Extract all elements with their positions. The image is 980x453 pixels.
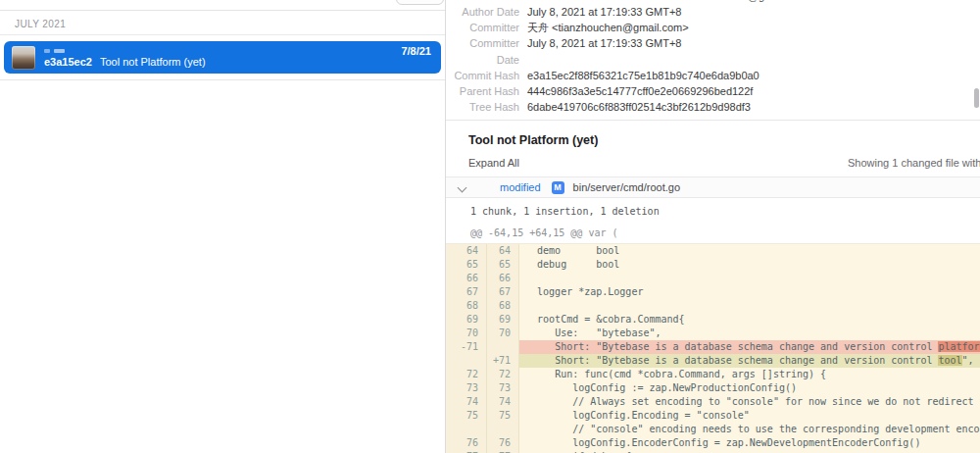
- diff-line: // "console" encoding needs to use the c…: [446, 423, 980, 436]
- scrollbar-thumb[interactable]: [974, 88, 979, 108]
- old-line-number: 68: [446, 299, 487, 313]
- metadata-value: July 8, 2021 at 17:19:33 GMT+8: [527, 35, 681, 67]
- metadata-label: Committer Date: [446, 35, 519, 67]
- diff-line-content: rootCmd = &cobra.Command{: [519, 313, 980, 327]
- metadata-value: 6dabe419706c6f883ff02514c3bf2612b9d98df3: [527, 99, 751, 115]
- diff-line: -71 Short: "Bytebase is a database schem…: [446, 340, 980, 354]
- commit-list-item-selected[interactable]: e3a15ec2 Tool not Platform (yet) 7/8/21: [4, 41, 441, 74]
- diff-line: 6767 logger *zap.Logger: [446, 285, 980, 299]
- diff-line: +71 Short: "Bytebase is a database schem…: [446, 354, 980, 368]
- word-diff-highlight: tool: [938, 355, 961, 366]
- metadata-value: July 8, 2021 at 17:19:33 GMT+8: [527, 4, 681, 20]
- old-line-number: 72: [446, 368, 487, 381]
- commit-summary-line: e3a15ec2 Tool not Platform (yet): [44, 56, 206, 68]
- diff-line: 6969 rootCmd = &cobra.Command{: [446, 313, 980, 327]
- metadata-row: Committer天舟 <tianzhouchen@gmail.com>: [446, 20, 980, 35]
- diff-view: 6464 demo bool6565 debug bool66666767 lo…: [446, 244, 980, 453]
- diff-line-content: logger *zap.Logger: [519, 285, 980, 299]
- metadata-value: 天舟 <tianzhouchen@gmail.com>: [527, 20, 689, 35]
- metadata-label: Tree Hash: [446, 99, 519, 115]
- new-line-number: 75: [487, 409, 519, 423]
- new-line-number: 64: [487, 244, 519, 258]
- diff-line: 7575 logConfig.Encoding = "console": [446, 409, 980, 423]
- expand-all-button[interactable]: Expand All: [468, 157, 519, 169]
- author-avatar: [12, 46, 35, 70]
- git-client-window: JULY 2021 e3a15ec2 Tool not Platform (ye…: [0, 0, 980, 453]
- old-line-number: [446, 423, 487, 436]
- metadata-value: e3a15ec2f88f56321c75e1b81b9c740e6da9b0a0: [527, 68, 760, 83]
- metadata-row: Commit Hashe3a15ec2f88f56321c75e1b81b9c7…: [446, 68, 980, 83]
- diff-line-content: demo bool: [519, 244, 980, 258]
- old-line-number: 75: [446, 409, 487, 423]
- commit-list-panel: JULY 2021 e3a15ec2 Tool not Platform (ye…: [0, 0, 446, 453]
- old-line-number: 69: [446, 313, 487, 327]
- new-line-number: 66: [487, 272, 519, 285]
- old-line-number: 67: [446, 285, 487, 299]
- diff-line-content: logConfig.Encoding = "console": [519, 409, 980, 423]
- old-line-number: 66: [446, 272, 487, 285]
- chevron-down-icon[interactable]: [459, 182, 466, 190]
- author-name-redacted: [44, 48, 206, 53]
- clipped-author-email: <tianzhouchen@gmail.com>: [677, 0, 834, 2]
- diff-line-content: logConfig := zap.NewProductionConfig(): [519, 381, 980, 395]
- new-line-number: [487, 340, 519, 354]
- metadata-label: Committer: [446, 20, 519, 35]
- clipped-author-row: <tianzhouchen@gmail.com>: [677, 0, 834, 3]
- diff-stats: 1 chunk, 1 insertion, 1 deletion: [470, 206, 980, 217]
- old-line-number: 65: [446, 258, 487, 272]
- redact-chip: [44, 49, 50, 53]
- diff-line: 7373 logConfig := zap.NewProductionConfi…: [446, 381, 980, 395]
- section-divider: [446, 120, 980, 121]
- commit-message: Tool not Platform (yet): [100, 56, 206, 68]
- diff-line-content: [519, 272, 980, 285]
- word-diff-highlight: platform: [938, 341, 980, 352]
- old-line-number: 70: [446, 327, 487, 340]
- commit-item-text: e3a15ec2 Tool not Platform (yet): [44, 47, 206, 68]
- new-line-number: [487, 423, 519, 436]
- metadata-label: Commit Hash: [446, 68, 519, 83]
- commit-short-hash: e3a15ec2: [44, 56, 92, 68]
- new-line-number: 65: [487, 258, 519, 272]
- diff-line-content: Run: func(cmd *cobra.Command, args []str…: [519, 368, 980, 381]
- file-path: bin/server/cmd/root.go: [573, 181, 680, 193]
- diff-line-content: Use: "bytebase",: [519, 327, 980, 340]
- new-line-number: 70: [487, 327, 519, 340]
- diff-line-content: Short: "Bytebase is a database schema ch…: [519, 340, 980, 354]
- commit-group-header: JULY 2021: [0, 10, 445, 35]
- commit-title: Tool not Platform (yet): [468, 133, 980, 147]
- commit-detail-panel: <tianzhouchen@gmail.com> Author DateJuly…: [446, 0, 980, 453]
- diff-line-content: [519, 299, 980, 313]
- file-diff-header[interactable]: modified M bin/server/cmd/root.go: [446, 176, 980, 198]
- clipped-filter-box[interactable]: [396, 0, 444, 5]
- new-line-number: 69: [487, 313, 519, 327]
- old-line-number: -71: [446, 340, 487, 354]
- metadata-value: 444c986f3a3e5c14777cff0e2e0669296bed122f: [527, 83, 753, 99]
- old-line-number: 64: [446, 244, 487, 258]
- new-line-number: 68: [487, 299, 519, 313]
- new-line-number: 73: [487, 381, 519, 395]
- metadata-row: Tree Hash6dabe419706c6f883ff02514c3bf261…: [446, 99, 980, 115]
- group-header-label: JULY 2021: [15, 19, 66, 29]
- old-line-number: 76: [446, 436, 487, 450]
- new-line-number: 67: [487, 285, 519, 299]
- new-line-number: +71: [487, 354, 519, 368]
- old-line-number: [446, 354, 487, 368]
- diff-line: 6868: [446, 299, 980, 313]
- diff-line-content: logConfig.EncoderConfig = zap.NewDevelop…: [519, 436, 980, 450]
- metadata-label: Parent Hash: [446, 83, 519, 99]
- diff-line: 7474 // Always set encoding to "console"…: [446, 395, 980, 409]
- diff-toolbar: Expand All Showing 1 changed file with 1…: [446, 157, 980, 171]
- diff-line: 6565 debug bool: [446, 258, 980, 272]
- diff-line: 7676 logConfig.EncoderConfig = zap.NewDe…: [446, 436, 980, 450]
- new-line-number: 76: [487, 436, 519, 450]
- old-line-number: 73: [446, 381, 487, 395]
- diff-line-content: debug bool: [519, 258, 980, 272]
- redact-chip: [54, 49, 65, 53]
- metadata-row: Author DateJuly 8, 2021 at 17:19:33 GMT+…: [446, 4, 980, 20]
- diff-line: 7070 Use: "bytebase",: [446, 327, 980, 340]
- changed-files-summary: Showing 1 changed file with 1 addition a…: [848, 157, 980, 169]
- diff-line: 6464 demo bool: [446, 244, 980, 258]
- diff-line-content: // "console" encoding needs to use the c…: [519, 423, 980, 436]
- old-line-number: 74: [446, 395, 487, 409]
- commit-date: 7/8/21: [401, 45, 431, 57]
